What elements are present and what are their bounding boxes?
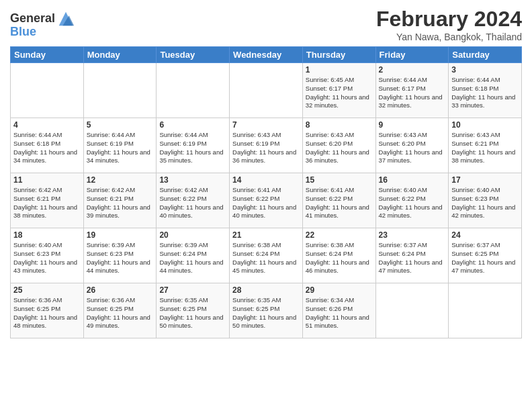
calendar-week-row: 11Sunrise: 6:42 AMSunset: 6:21 PMDayligh… bbox=[11, 173, 522, 228]
day-number: 15 bbox=[306, 175, 373, 185]
day-number: 14 bbox=[232, 175, 300, 185]
day-number: 20 bbox=[159, 230, 226, 240]
day-number: 1 bbox=[306, 65, 373, 75]
day-info: Sunrise: 6:44 AMSunset: 6:17 PMDaylight:… bbox=[379, 76, 443, 109]
title-block: February 2024 Yan Nawa, Bangkok, Thailan… bbox=[376, 7, 522, 42]
day-info: Sunrise: 6:34 AMSunset: 6:26 PMDaylight:… bbox=[306, 296, 369, 329]
calendar-cell: 18Sunrise: 6:40 AMSunset: 6:23 PMDayligh… bbox=[11, 228, 84, 283]
calendar-cell: 25Sunrise: 6:36 AMSunset: 6:25 PMDayligh… bbox=[11, 283, 84, 338]
day-info: Sunrise: 6:35 AMSunset: 6:25 PMDaylight:… bbox=[232, 296, 296, 329]
calendar-cell: 4Sunrise: 6:44 AMSunset: 6:18 PMDaylight… bbox=[11, 118, 84, 173]
day-info: Sunrise: 6:43 AMSunset: 6:21 PMDaylight:… bbox=[451, 131, 515, 164]
day-info: Sunrise: 6:36 AMSunset: 6:25 PMDaylight:… bbox=[13, 296, 77, 329]
logo-icon bbox=[56, 9, 75, 28]
calendar-week-row: 18Sunrise: 6:40 AMSunset: 6:23 PMDayligh… bbox=[11, 228, 522, 283]
day-info: Sunrise: 6:42 AMSunset: 6:21 PMDaylight:… bbox=[13, 186, 77, 219]
calendar-week-row: 4Sunrise: 6:44 AMSunset: 6:18 PMDaylight… bbox=[11, 118, 522, 173]
calendar-cell bbox=[83, 63, 157, 118]
calendar-day-header: Saturday bbox=[449, 47, 522, 63]
page: General Blue February 2024 Yan Nawa, Ban… bbox=[0, 0, 532, 411]
day-number: 18 bbox=[13, 230, 81, 240]
day-info: Sunrise: 6:38 AMSunset: 6:24 PMDaylight:… bbox=[232, 241, 296, 274]
day-number: 19 bbox=[87, 230, 154, 240]
day-info: Sunrise: 6:42 AMSunset: 6:21 PMDaylight:… bbox=[87, 186, 150, 219]
calendar-cell: 24Sunrise: 6:37 AMSunset: 6:25 PMDayligh… bbox=[449, 228, 522, 283]
day-number: 2 bbox=[379, 65, 446, 75]
calendar-cell: 17Sunrise: 6:40 AMSunset: 6:23 PMDayligh… bbox=[449, 173, 522, 228]
day-info: Sunrise: 6:41 AMSunset: 6:22 PMDaylight:… bbox=[306, 186, 369, 219]
day-info: Sunrise: 6:39 AMSunset: 6:23 PMDaylight:… bbox=[87, 241, 150, 274]
day-number: 3 bbox=[451, 65, 519, 75]
day-info: Sunrise: 6:37 AMSunset: 6:25 PMDaylight:… bbox=[451, 241, 515, 274]
day-info: Sunrise: 6:43 AMSunset: 6:20 PMDaylight:… bbox=[379, 131, 443, 164]
calendar-table: SundayMondayTuesdayWednesdayThursdayFrid… bbox=[10, 46, 522, 338]
calendar-cell: 19Sunrise: 6:39 AMSunset: 6:23 PMDayligh… bbox=[83, 228, 157, 283]
calendar-cell: 9Sunrise: 6:43 AMSunset: 6:20 PMDaylight… bbox=[375, 118, 449, 173]
calendar-cell: 11Sunrise: 6:42 AMSunset: 6:21 PMDayligh… bbox=[11, 173, 84, 228]
calendar-cell: 20Sunrise: 6:39 AMSunset: 6:24 PMDayligh… bbox=[157, 228, 230, 283]
day-number: 11 bbox=[13, 175, 81, 185]
calendar-cell: 12Sunrise: 6:42 AMSunset: 6:21 PMDayligh… bbox=[83, 173, 157, 228]
day-number: 23 bbox=[379, 230, 446, 240]
calendar-day-header: Sunday bbox=[11, 47, 84, 63]
calendar-day-header: Wednesday bbox=[230, 47, 303, 63]
day-number: 13 bbox=[159, 175, 226, 185]
day-number: 28 bbox=[232, 285, 300, 295]
calendar-day-header: Thursday bbox=[302, 47, 375, 63]
calendar-week-row: 1Sunrise: 6:45 AMSunset: 6:17 PMDaylight… bbox=[11, 63, 522, 118]
day-number: 6 bbox=[159, 120, 226, 130]
calendar-cell: 6Sunrise: 6:44 AMSunset: 6:19 PMDaylight… bbox=[157, 118, 230, 173]
calendar-cell: 8Sunrise: 6:43 AMSunset: 6:20 PMDaylight… bbox=[302, 118, 375, 173]
day-number: 27 bbox=[159, 285, 226, 295]
calendar-cell bbox=[230, 63, 303, 118]
day-info: Sunrise: 6:43 AMSunset: 6:20 PMDaylight:… bbox=[306, 131, 369, 164]
day-number: 16 bbox=[379, 175, 446, 185]
day-info: Sunrise: 6:44 AMSunset: 6:19 PMDaylight:… bbox=[159, 131, 223, 164]
day-number: 8 bbox=[306, 120, 373, 130]
calendar-cell: 14Sunrise: 6:41 AMSunset: 6:22 PMDayligh… bbox=[230, 173, 303, 228]
calendar-day-header: Tuesday bbox=[157, 47, 230, 63]
day-number: 4 bbox=[13, 120, 81, 130]
calendar-cell: 16Sunrise: 6:40 AMSunset: 6:22 PMDayligh… bbox=[375, 173, 449, 228]
day-info: Sunrise: 6:44 AMSunset: 6:18 PMDaylight:… bbox=[451, 76, 515, 109]
day-info: Sunrise: 6:38 AMSunset: 6:24 PMDaylight:… bbox=[306, 241, 369, 274]
day-info: Sunrise: 6:44 AMSunset: 6:19 PMDaylight:… bbox=[87, 131, 150, 164]
day-number: 7 bbox=[232, 120, 300, 130]
day-info: Sunrise: 6:44 AMSunset: 6:18 PMDaylight:… bbox=[13, 131, 77, 164]
day-number: 10 bbox=[451, 120, 519, 130]
calendar-cell bbox=[157, 63, 230, 118]
day-info: Sunrise: 6:40 AMSunset: 6:22 PMDaylight:… bbox=[379, 186, 443, 219]
day-number: 21 bbox=[232, 230, 300, 240]
calendar-cell: 28Sunrise: 6:35 AMSunset: 6:25 PMDayligh… bbox=[230, 283, 303, 338]
calendar-cell: 13Sunrise: 6:42 AMSunset: 6:22 PMDayligh… bbox=[157, 173, 230, 228]
calendar-cell bbox=[449, 283, 522, 338]
header: General Blue February 2024 Yan Nawa, Ban… bbox=[10, 7, 522, 42]
calendar-cell: 10Sunrise: 6:43 AMSunset: 6:21 PMDayligh… bbox=[449, 118, 522, 173]
day-info: Sunrise: 6:45 AMSunset: 6:17 PMDaylight:… bbox=[306, 76, 369, 109]
day-number: 12 bbox=[87, 175, 154, 185]
day-info: Sunrise: 6:42 AMSunset: 6:22 PMDaylight:… bbox=[159, 186, 223, 219]
day-number: 26 bbox=[87, 285, 154, 295]
calendar-cell: 21Sunrise: 6:38 AMSunset: 6:24 PMDayligh… bbox=[230, 228, 303, 283]
day-info: Sunrise: 6:39 AMSunset: 6:24 PMDaylight:… bbox=[159, 241, 223, 274]
main-title: February 2024 bbox=[376, 7, 522, 32]
day-number: 24 bbox=[451, 230, 519, 240]
day-info: Sunrise: 6:35 AMSunset: 6:25 PMDaylight:… bbox=[159, 296, 223, 329]
day-number: 17 bbox=[451, 175, 519, 185]
day-number: 29 bbox=[306, 285, 373, 295]
calendar-cell: 1Sunrise: 6:45 AMSunset: 6:17 PMDaylight… bbox=[302, 63, 375, 118]
day-number: 25 bbox=[13, 285, 81, 295]
calendar-day-header: Monday bbox=[83, 47, 157, 63]
calendar-cell bbox=[375, 283, 449, 338]
day-info: Sunrise: 6:40 AMSunset: 6:23 PMDaylight:… bbox=[13, 241, 77, 274]
calendar-header-row: SundayMondayTuesdayWednesdayThursdayFrid… bbox=[11, 47, 522, 63]
day-info: Sunrise: 6:37 AMSunset: 6:24 PMDaylight:… bbox=[379, 241, 443, 274]
logo: General Blue bbox=[10, 9, 75, 39]
subtitle: Yan Nawa, Bangkok, Thailand bbox=[376, 32, 522, 42]
day-info: Sunrise: 6:43 AMSunset: 6:19 PMDaylight:… bbox=[232, 131, 296, 164]
logo-text: General bbox=[10, 12, 55, 26]
day-info: Sunrise: 6:40 AMSunset: 6:23 PMDaylight:… bbox=[451, 186, 515, 219]
day-number: 9 bbox=[379, 120, 446, 130]
calendar-cell: 29Sunrise: 6:34 AMSunset: 6:26 PMDayligh… bbox=[302, 283, 375, 338]
calendar-cell: 2Sunrise: 6:44 AMSunset: 6:17 PMDaylight… bbox=[375, 63, 449, 118]
